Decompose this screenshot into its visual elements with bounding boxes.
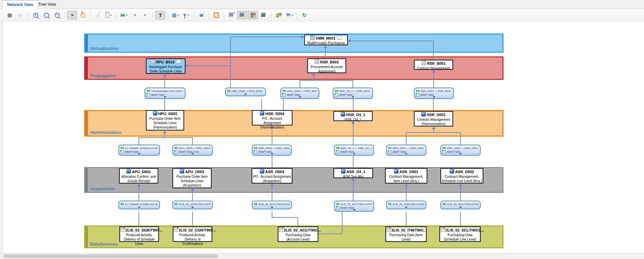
- connector: [353, 156, 354, 168]
- horizontal-scrollbar[interactable]: [0, 253, 644, 259]
- palette-button[interactable]: [248, 11, 258, 19]
- transform-t1a[interactable]: Transformation from DSO HP... ABAP Start: [145, 88, 185, 99]
- transformation-icon: [227, 89, 230, 93]
- transform-t2a[interactable]: 1:1 Transfer of data from APU... ABAP St…: [118, 145, 160, 156]
- expand-all-button[interactable]: [129, 11, 140, 19]
- swimlane-button[interactable]: [104, 11, 114, 19]
- expand-chevron-icon[interactable]: [459, 207, 462, 208]
- transform-title: ASR_O004 -> HSR_O004: [258, 146, 289, 150]
- text-mode-button[interactable]: [155, 11, 165, 19]
- transform-t2c[interactable]: ASR_O004 -> HSR_O004 ABAP Start: [252, 145, 292, 156]
- dropdown-caret-icon[interactable]: [291, 14, 293, 17]
- node-apu-o003[interactable]: APU_O003 Purchase Order Item Schedule Li…: [172, 168, 212, 188]
- transform-t2e[interactable]: ASR_O001 -> HSR_O001 ABAP Start: [386, 145, 426, 156]
- connector: [433, 72, 434, 88]
- watch-icon: [200, 14, 203, 17]
- node-rsr-b001[interactable]: RSR_B001 Contract Management: [414, 60, 453, 70]
- transform-t3b[interactable]: 2LIS_02_CGR/T90CLNT090 ->...: [172, 201, 213, 209]
- node-desc: Contract Management, Item Level (Acq.): [386, 174, 426, 183]
- transform-t1d[interactable]: HSR_O4_1 -> RSR_B002 ABAP Start: [333, 88, 373, 99]
- expand-chevron-icon[interactable]: [164, 96, 166, 98]
- layers-export-button[interactable]: [259, 11, 269, 19]
- pan-button[interactable]: [78, 11, 88, 19]
- transform-t3c[interactable]: 2LIS_02_ACC/T90CLNT090 ->...: [252, 201, 292, 209]
- comment-icon[interactable]: [337, 36, 342, 40]
- toolbar-separator: [271, 12, 271, 18]
- filter-button[interactable]: [181, 11, 191, 19]
- transform-t3d[interactable]: 2LIS_02_ACC/T90CLNT090 ->... ABAP Start: [334, 201, 374, 212]
- node-rpu-b010[interactable]: RPU_B010 Backlogged Purchase Order Sched…: [146, 58, 185, 74]
- node-asr-o004[interactable]: ASR_O004 PO - Account Assignment (Acquis…: [252, 168, 292, 184]
- dropdown-caret-icon[interactable]: [126, 14, 127, 17]
- comment-icon[interactable]: [176, 60, 181, 63]
- zoom-out-button[interactable]: [52, 11, 62, 19]
- node-rsr-b002[interactable]: RSR_B002 Procurement Account Assignment: [307, 58, 346, 73]
- transform-t2b[interactable]: APU_O003 -> HPU_O003 ABAP Start, End: [172, 145, 213, 156]
- zoom-in-button[interactable]: [31, 11, 41, 19]
- expand-chevron-icon[interactable]: [352, 96, 354, 98]
- expand-chevron-icon[interactable]: [271, 153, 273, 155]
- expand-chevron-icon[interactable]: [459, 153, 462, 155]
- tab-network-view[interactable]: Network View: [2, 0, 38, 9]
- node-hsr-o4-1[interactable]: HSR_O4_1 HSR_O4_1: [333, 111, 373, 121]
- node-ds-2lis-02-acc[interactable]: 2LIS_02_ACC/T90C... Purchasing Data (Acc…: [278, 226, 318, 242]
- collapse-all-button[interactable]: [140, 11, 150, 19]
- expand-chevron-icon[interactable]: [244, 94, 247, 95]
- node-hsr-o004[interactable]: HSR_O004 PO - Account Assignment (Harmon…: [252, 110, 292, 125]
- node-vmm-m001[interactable]: VMM_M001 MultiProvider Purchasing: [304, 35, 348, 45]
- transformation-button[interactable]: [119, 11, 129, 19]
- layers-color-button[interactable]: [237, 11, 247, 19]
- dropdown-caret-icon[interactable]: [178, 14, 179, 17]
- zoom-fit-button[interactable]: [41, 11, 51, 19]
- db-table-button[interactable]: [274, 11, 284, 19]
- transform-t2d[interactable]: ASR_O4_1 -> HSR_O4_1 ABAP Start: [334, 145, 374, 156]
- node-ds-2lis-02-itm[interactable]: 2LIS_02_ITM/T90C... Purchasing Data (Ite…: [385, 226, 427, 242]
- expand-chevron-icon[interactable]: [271, 207, 273, 208]
- watch-button[interactable]: [196, 11, 206, 19]
- scrollbar-thumb[interactable]: [3, 254, 218, 258]
- node-hsr-o001[interactable]: HSR_O001 Contract Management (Harmonizat…: [414, 111, 453, 126]
- transformation-icon: [282, 89, 286, 93]
- expand-chevron-icon[interactable]: [405, 153, 408, 155]
- pointer-button[interactable]: [67, 11, 77, 19]
- expand-chevron-icon[interactable]: [191, 153, 194, 155]
- refresh-button[interactable]: [300, 11, 310, 19]
- transform-t3f[interactable]: 2LIS_02_SCL/T90CLNT090 ->...: [440, 201, 481, 209]
- expand-chevron-icon[interactable]: [299, 96, 301, 98]
- magic-wand-button[interactable]: [93, 11, 103, 19]
- node-hpu-o003[interactable]: HPU_O003 Purchase Order Item Schedule Li…: [146, 110, 184, 131]
- table-search-button[interactable]: [170, 11, 180, 19]
- connector: [406, 133, 407, 145]
- expand-chevron-icon[interactable]: [353, 153, 356, 155]
- snap-button[interactable]: [15, 11, 25, 19]
- tab-tree-view[interactable]: Tree View: [34, 0, 61, 9]
- note-button[interactable]: [211, 11, 221, 19]
- node-apu-o001[interactable]: APU_O001 Allocation Confirm. and Goods R…: [119, 168, 158, 184]
- dropdown-caret-icon[interactable]: [110, 14, 111, 17]
- node-asr-o002[interactable]: ASR_O002 Contract Management, Schedule L…: [440, 168, 483, 184]
- expand-chevron-icon[interactable]: [353, 209, 356, 211]
- node-ds-2lis-02-scl[interactable]: 2LIS_02_SCL/T90CL... Purchasing Data (Sc…: [439, 226, 481, 242]
- pointer-icon: [70, 13, 74, 17]
- node-ds-2lis-02-cgr[interactable]: 2LIS_02_CGR/T90C... Produced Activity: D…: [173, 226, 212, 242]
- transform-t1b[interactable]: HSR_O004 -> RPU_B010: [225, 88, 266, 96]
- expand-chevron-icon[interactable]: [191, 207, 194, 208]
- expand-chevron-icon[interactable]: [138, 153, 141, 155]
- grid-button[interactable]: [5, 11, 15, 19]
- word-export-button[interactable]: [284, 11, 294, 19]
- transform-t3e[interactable]: 2LIS_02_ITM/T90CLNT090 ->...: [386, 201, 426, 209]
- transform-t2f[interactable]: ASR_O002 -> HSR_O001 ABAP Start: [440, 145, 481, 156]
- expand-chevron-icon[interactable]: [138, 207, 141, 208]
- node-ds-2lis-02-sgr[interactable]: 2LIS_02_SGR/T90C... Produced Activity: D…: [119, 226, 159, 242]
- transform-t3a[interactable]: 1:1 Transfer of Data from 2LIS...: [118, 201, 160, 209]
- expand-chevron-icon[interactable]: [405, 207, 408, 208]
- dropdown-caret-icon[interactable]: [187, 14, 189, 17]
- transform-t1e[interactable]: HSR_O001 -> RSR_B001 ABAP Start: [414, 88, 454, 99]
- abap-label: ABAP Start: [151, 93, 164, 97]
- node-asr-o4-1[interactable]: ASR_O4_1 ASR Test Alin: [333, 168, 373, 178]
- expand-chevron-icon[interactable]: [433, 96, 435, 98]
- abap-routine-icon: [442, 150, 446, 154]
- layers-edit-button[interactable]: [226, 11, 236, 19]
- transform-t1c[interactable]: HSR_O004 -> RSR_B002 ABAP Start: [280, 88, 319, 99]
- node-asr-o001[interactable]: ASR_O001 Contract Management, Item Level…: [385, 168, 427, 184]
